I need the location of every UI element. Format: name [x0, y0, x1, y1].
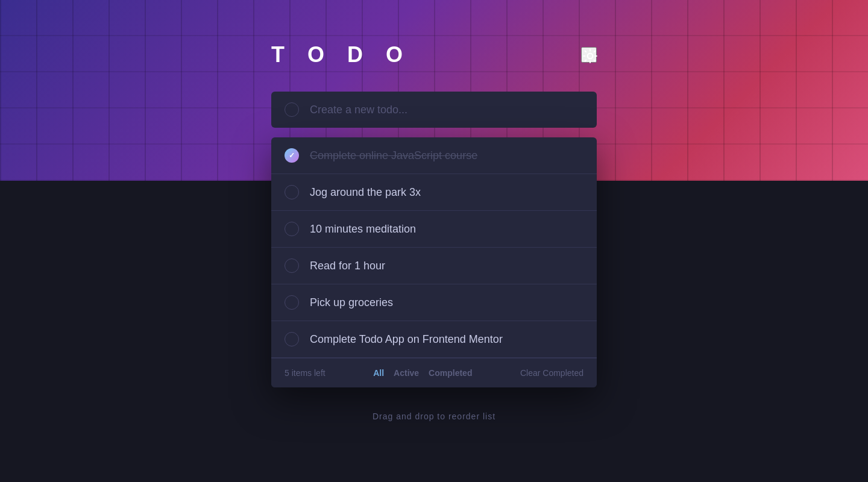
filter-all-button[interactable]: All: [373, 368, 384, 378]
new-todo-container: [271, 92, 597, 128]
todo-item[interactable]: 10 minutes meditation: [271, 211, 597, 248]
filter-completed-button[interactable]: Completed: [429, 368, 472, 378]
svg-line-8: [594, 51, 596, 52]
todo-text: Pick up groceries: [310, 296, 393, 309]
svg-line-4: [594, 60, 596, 61]
theme-toggle-button[interactable]: [581, 47, 597, 63]
filter-active-button[interactable]: Active: [394, 368, 419, 378]
todo-checkbox[interactable]: [285, 295, 299, 310]
header: T O D O: [271, 42, 597, 67]
sun-icon: [582, 48, 598, 64]
todo-checkbox[interactable]: [285, 258, 299, 273]
todo-item[interactable]: Jog around the park 3x: [271, 174, 597, 211]
todo-checkbox[interactable]: [285, 148, 299, 163]
todo-list: Complete online JavaScript courseJog aro…: [271, 137, 597, 387]
todo-text: Read for 1 hour: [310, 260, 385, 272]
filter-buttons: All Active Completed: [373, 368, 472, 378]
todo-item[interactable]: Read for 1 hour: [271, 248, 597, 284]
todo-checkbox[interactable]: [285, 222, 299, 236]
svg-line-3: [585, 51, 587, 52]
todo-checkbox[interactable]: [285, 332, 299, 346]
svg-line-7: [585, 60, 587, 61]
todo-item[interactable]: Complete Todo App on Frontend Mentor: [271, 321, 597, 358]
items-left-label: 5 items left: [285, 368, 326, 378]
new-todo-input[interactable]: [310, 104, 583, 116]
drag-hint: Drag and drop to reorder list: [373, 412, 495, 421]
todo-checkbox[interactable]: [285, 185, 299, 199]
todo-text: Complete online JavaScript course: [310, 149, 477, 162]
svg-point-0: [588, 54, 593, 59]
todo-item[interactable]: Complete online JavaScript course: [271, 137, 597, 174]
todo-text: Complete Todo App on Frontend Mentor: [310, 333, 503, 346]
todo-text: 10 minutes meditation: [310, 223, 416, 236]
new-todo-checkbox[interactable]: [285, 102, 299, 117]
todo-footer: 5 items left All Active Completed Clear …: [271, 358, 597, 387]
todo-item[interactable]: Pick up groceries: [271, 284, 597, 321]
todo-text: Jog around the park 3x: [310, 186, 421, 199]
clear-completed-button[interactable]: Clear Completed: [520, 368, 583, 378]
app-title: T O D O: [271, 42, 411, 67]
